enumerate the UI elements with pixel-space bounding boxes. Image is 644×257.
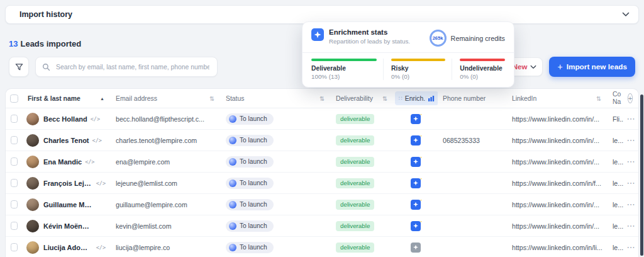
- lead-email[interactable]: guillaume@lempire.com: [111, 201, 221, 208]
- lead-email[interactable]: ena@lempire.com: [111, 158, 221, 166]
- stat-undeliverable: Undeliverable 0% (0): [452, 59, 505, 80]
- lead-linkedin[interactable]: https://www.linkedin.com/in/...: [507, 201, 608, 208]
- column-header-name[interactable]: First & last name ▲: [23, 95, 111, 102]
- row-checkbox[interactable]: [11, 179, 18, 187]
- enrichment-icon[interactable]: [411, 243, 421, 253]
- row-checkbox[interactable]: [11, 200, 18, 208]
- lead-name[interactable]: Charles Tenot: [43, 137, 89, 144]
- header-label: Enrich.: [405, 95, 425, 102]
- enrichment-icon[interactable]: [411, 157, 421, 167]
- lead-email[interactable]: kevin@lemlist.com: [111, 222, 221, 230]
- lead-phone[interactable]: 0685235333: [438, 137, 507, 144]
- lead-linkedin[interactable]: https://www.linkedin.com/in/...: [507, 158, 608, 166]
- row-menu-button[interactable]: ⋯: [627, 221, 635, 231]
- enrichment-icon[interactable]: [411, 221, 421, 231]
- rocket-icon: [229, 115, 236, 123]
- add-column-button[interactable]: +: [628, 93, 633, 103]
- row-menu-button[interactable]: ⋯: [627, 157, 635, 166]
- search-input[interactable]: [55, 63, 211, 71]
- import-new-leads-button[interactable]: + Import new leads: [549, 57, 635, 77]
- column-header-status[interactable]: Status ⇅: [221, 95, 331, 102]
- deliverability-badge: deliverable: [336, 178, 374, 188]
- enrichment-icon[interactable]: [411, 178, 421, 188]
- search-icon: [42, 63, 50, 71]
- lead-email[interactable]: becc.holland@flipthescript.c...: [111, 115, 221, 123]
- header-label: Co: [613, 91, 621, 98]
- lead-company[interactable]: le...: [608, 201, 623, 208]
- popover-subtitle: Repartition of leads by status.: [329, 38, 410, 45]
- lead-email[interactable]: charles.tenot@lempire.com: [111, 137, 221, 144]
- lead-name[interactable]: Kévin Moënne-Loccoz: [43, 222, 93, 230]
- status-badge[interactable]: To launch: [226, 242, 274, 253]
- search-box[interactable]: [35, 57, 218, 77]
- lead-company[interactable]: le...: [608, 244, 623, 251]
- status-badge[interactable]: To launch: [226, 156, 274, 168]
- status-badge[interactable]: To launch: [226, 199, 274, 210]
- enrichment-icon[interactable]: [411, 200, 421, 210]
- row-checkbox[interactable]: [11, 157, 18, 166]
- enrichment-icon[interactable]: [411, 114, 421, 124]
- status-label: To launch: [240, 158, 267, 165]
- lead-name[interactable]: Ena Mandic: [43, 158, 82, 166]
- chevron-down-icon[interactable]: [622, 12, 630, 17]
- status-label: To launch: [240, 201, 267, 208]
- column-header-phone[interactable]: Phone number: [438, 95, 507, 102]
- status-badge[interactable]: To launch: [226, 220, 274, 232]
- column-header-enrich[interactable]: ∷ Enrich.: [394, 91, 438, 105]
- row-menu-button[interactable]: ⋯: [627, 243, 635, 252]
- drag-handle-icon[interactable]: ∷: [399, 95, 402, 101]
- header-label: Deliverability: [336, 95, 373, 102]
- header-label: Phone number: [443, 95, 486, 102]
- lead-name[interactable]: François Lejeune: [43, 180, 93, 187]
- popover-title: Enrichment stats: [329, 28, 410, 36]
- avatar: [26, 220, 39, 232]
- rocket-icon: [229, 201, 236, 208]
- lead-company[interactable]: Fli...: [608, 115, 623, 123]
- row-checkbox[interactable]: [11, 222, 18, 230]
- lead-linkedin[interactable]: https://www.linkedin.com/in/li...: [507, 244, 608, 251]
- row-checkbox[interactable]: [11, 136, 18, 144]
- sparkle-icon: [413, 202, 418, 207]
- column-header-email[interactable]: Email address ⇅: [111, 95, 221, 102]
- lead-linkedin[interactable]: https://www.linkedin.com/in/...: [507, 137, 608, 144]
- stat-label: Undeliverable: [460, 65, 505, 72]
- select-all-checkbox[interactable]: [10, 94, 18, 103]
- enrichment-icon[interactable]: [411, 135, 421, 146]
- lead-linkedin[interactable]: https://www.linkedin.com/in/...: [507, 222, 608, 230]
- row-menu-button[interactable]: ⋯: [627, 135, 635, 145]
- stat-value: 100% (13): [311, 73, 377, 80]
- credits-ring: 265k: [430, 30, 447, 47]
- lead-name[interactable]: Liucija Adomaite: [43, 244, 93, 251]
- row-menu-button[interactable]: ⋯: [627, 178, 635, 188]
- status-badge[interactable]: To launch: [226, 178, 274, 189]
- vertical-scrollbar[interactable]: [640, 94, 643, 256]
- column-header-deliverability[interactable]: Deliverability ⇅: [331, 95, 394, 102]
- column-header-linkedin[interactable]: LinkedIn ⇅: [507, 95, 608, 102]
- lead-company[interactable]: le...: [608, 180, 623, 187]
- sparkle-icon: [413, 224, 418, 229]
- lead-company[interactable]: le...: [608, 137, 623, 144]
- lead-linkedin[interactable]: https://www.linkedin.com/in/f...: [507, 180, 608, 187]
- row-menu-button[interactable]: ⋯: [627, 200, 635, 209]
- lead-linkedin[interactable]: https://www.linkedin.com/in/...: [507, 115, 608, 123]
- lead-company[interactable]: le...: [608, 158, 623, 166]
- code-icon: </>: [96, 244, 106, 251]
- sparkle-icon: [419, 157, 423, 159]
- accordion-title: Import history: [19, 10, 72, 19]
- row-menu-button[interactable]: ⋯: [627, 114, 635, 123]
- rocket-icon: [229, 137, 236, 144]
- status-badge[interactable]: To launch: [226, 135, 274, 146]
- lead-company[interactable]: le...: [608, 222, 623, 230]
- lead-email[interactable]: lejeune@lemlist.com: [111, 180, 221, 187]
- column-header-company[interactable]: Co Na: [608, 91, 623, 106]
- sort-icon: ⇅: [596, 95, 601, 102]
- row-checkbox[interactable]: [11, 243, 18, 251]
- status-badge[interactable]: To launch: [226, 113, 274, 125]
- lead-name[interactable]: Becc Holland: [43, 115, 87, 123]
- sparkle-icon: [419, 114, 423, 116]
- lead-name[interactable]: Guillaume Moubeche: [43, 201, 93, 208]
- lead-email[interactable]: liucija@lempire.co: [111, 244, 221, 251]
- status-label: To launch: [240, 180, 267, 186]
- filter-button[interactable]: [9, 57, 29, 77]
- row-checkbox[interactable]: [11, 115, 18, 123]
